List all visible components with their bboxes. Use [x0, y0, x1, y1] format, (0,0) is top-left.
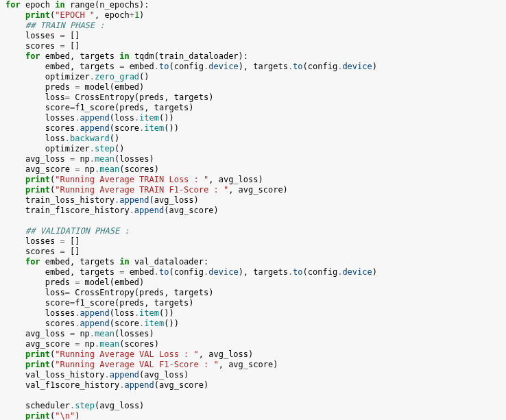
code-line	[5, 391, 501, 401]
code-line: scheduler.step(avg_loss)	[5, 401, 501, 411]
code-line: score=f1_score(preds, targets)	[5, 103, 501, 113]
code-line: loss= CrossEntropy(preds, targets)	[5, 288, 501, 298]
code-line: score=f1_score(preds, targets)	[5, 298, 501, 308]
code-line: print("Running Average TRAIN F1-Score : …	[5, 185, 501, 195]
code-line: print("\n")	[5, 411, 501, 420]
code-line: train_f1score_history.append(avg_score)	[5, 206, 501, 216]
code-line: loss.backward()	[5, 134, 501, 144]
code-line: for embed, targets in val_dataloader:	[5, 257, 501, 267]
code-line: avg_score = np.mean(scores)	[5, 164, 501, 175]
code-line: losses.append(loss.item())	[5, 113, 501, 123]
code-line: embed, targets = embed.to(config.device)…	[5, 62, 501, 72]
code-line: print("EPOCH ", epoch+1)	[5, 10, 501, 21]
code-line: losses = []	[5, 236, 501, 247]
code-line: ## VALIDATION PHASE :	[5, 226, 501, 236]
code-line: print("Running Average TRAIN Loss : ", a…	[5, 175, 501, 185]
code-line: ## TRAIN PHASE :	[5, 21, 501, 31]
code-line: preds = model(embed)	[5, 82, 501, 92]
code-line: loss= CrossEntropy(preds, targets)	[5, 92, 501, 103]
code-line: avg_loss = np.mean(losses)	[5, 329, 501, 339]
code-line: for embed, targets in tqdm(train_dataloa…	[5, 51, 501, 62]
code-line: print("Running Average VAL Loss : ", avg…	[5, 349, 501, 360]
code-line: avg_score = np.mean(scores)	[5, 339, 501, 349]
code-line: val_loss_history.append(avg_loss)	[5, 370, 501, 380]
code-line	[5, 216, 501, 226]
code-line: train_loss_history.append(avg_loss)	[5, 195, 501, 206]
code-line: avg_loss = np.mean(losses)	[5, 154, 501, 164]
code-line: preds = model(embed)	[5, 277, 501, 288]
code-line: optimizer.step()	[5, 144, 501, 154]
code-line: for epoch in range(n_epochs):	[5, 0, 501, 10]
code-line: optimizer.zero_grad()	[5, 72, 501, 82]
code-line: scores = []	[5, 41, 501, 51]
code-line: losses.append(loss.item())	[5, 308, 501, 319]
code-line: scores.append(score.item())	[5, 319, 501, 329]
code-line: scores = []	[5, 247, 501, 257]
code-line: losses = []	[5, 31, 501, 41]
code-line: print("Running Average VAL F1-Score : ",…	[5, 360, 501, 370]
code-block: for epoch in range(n_epochs): print("EPO…	[0, 0, 506, 420]
code-line: val_f1score_history.append(avg_score)	[5, 380, 501, 391]
code-line: scores.append(score.item())	[5, 123, 501, 134]
code-line: embed, targets = embed.to(config.device)…	[5, 267, 501, 277]
